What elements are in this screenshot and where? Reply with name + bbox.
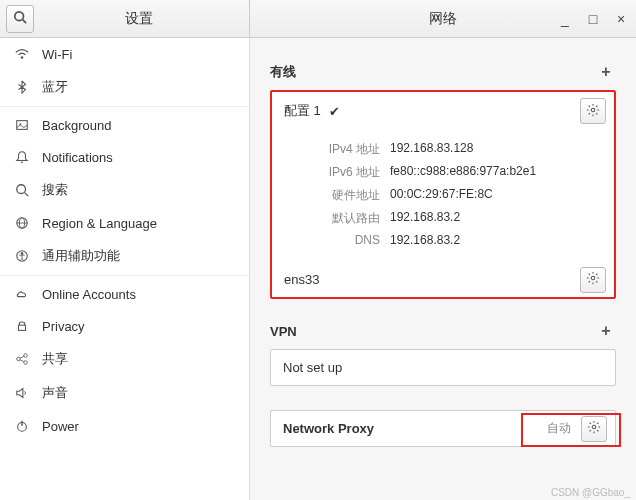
add-wired-button[interactable]: + (596, 62, 616, 82)
sidebar-item-power[interactable]: Power (0, 410, 249, 442)
background-icon (14, 117, 30, 133)
sidebar-title: 设置 (34, 10, 243, 28)
wifi-icon (14, 46, 30, 62)
detail-value: 192.168.83.2 (390, 210, 460, 227)
content-title: 网络 (429, 10, 457, 28)
detail-label: 默认路由 (300, 210, 380, 227)
detail-label: 硬件地址 (300, 187, 380, 204)
accessibility-icon (14, 248, 30, 264)
power-icon (14, 418, 30, 434)
svg-point-21 (591, 108, 595, 112)
gear-icon (587, 420, 601, 437)
sidebar-item-sharing[interactable]: 共享 (0, 342, 249, 376)
close-button[interactable]: × (612, 10, 630, 28)
titlebar: 设置 网络 _ □ × (0, 0, 636, 38)
search-button[interactable] (6, 5, 34, 33)
sound-icon (14, 385, 30, 401)
detail-value: fe80::c988:e886:977a:b2e1 (390, 164, 536, 181)
svg-rect-13 (19, 325, 26, 330)
sidebar-item-label: Region & Language (42, 216, 157, 231)
svg-rect-3 (17, 121, 28, 130)
svg-point-14 (17, 357, 21, 361)
vpn-title: VPN (270, 324, 297, 339)
proxy-row[interactable]: Network Proxy 自动 (271, 411, 615, 446)
globe-icon (14, 215, 30, 231)
check-icon: ✔ (329, 104, 340, 119)
proxy-card: Network Proxy 自动 (270, 410, 616, 447)
detail-value: 192.168.83.128 (390, 141, 473, 158)
sidebar-item-online-accounts[interactable]: Online Accounts (0, 278, 249, 310)
svg-point-2 (21, 56, 24, 59)
sidebar-item-label: Notifications (42, 150, 113, 165)
detail-label: IPv4 地址 (300, 141, 380, 158)
search-icon (14, 182, 30, 198)
sidebar-item-bluetooth[interactable]: 蓝牙 (0, 70, 249, 104)
sidebar-item-label: Online Accounts (42, 287, 136, 302)
svg-line-7 (25, 193, 29, 197)
detail-label: IPv6 地址 (300, 164, 380, 181)
sidebar-item-label: 通用辅助功能 (42, 247, 120, 265)
svg-line-1 (23, 20, 27, 24)
svg-line-18 (20, 360, 24, 362)
wired-interface-row[interactable]: ens33 (272, 262, 614, 297)
svg-point-15 (24, 354, 28, 358)
vpn-status-row: Not set up (271, 350, 615, 385)
svg-point-0 (15, 12, 24, 21)
share-icon (14, 351, 30, 367)
detail-value: 00:0C:29:67:FE:8C (390, 187, 493, 204)
wired-profile-card: 配置 1 ✔ IPv4 地址192.168.83.128 IPv6 地址fe80… (270, 90, 616, 299)
gear-icon (586, 271, 600, 288)
sidebar-item-label: Power (42, 419, 79, 434)
sidebar-item-label: Wi-Fi (42, 47, 72, 62)
sidebar-item-region[interactable]: Region & Language (0, 207, 249, 239)
detail-label: DNS (300, 233, 380, 247)
watermark: CSDN @GGbao_ (551, 487, 630, 498)
wired-profile-row[interactable]: 配置 1 ✔ (272, 92, 614, 130)
vpn-card: Not set up (270, 349, 616, 386)
sidebar-item-label: 共享 (42, 350, 68, 368)
minimize-button[interactable]: _ (556, 10, 574, 28)
vpn-status: Not set up (283, 360, 342, 375)
svg-point-22 (591, 276, 595, 280)
sidebar-item-label: 声音 (42, 384, 68, 402)
svg-point-6 (17, 185, 26, 194)
sidebar-item-background[interactable]: Background (0, 109, 249, 141)
search-icon (13, 10, 27, 27)
bell-icon (14, 149, 30, 165)
sidebar-item-wifi[interactable]: Wi-Fi (0, 38, 249, 70)
profile-settings-button[interactable] (580, 98, 606, 124)
sidebar-item-notifications[interactable]: Notifications (0, 141, 249, 173)
svg-point-12 (21, 252, 24, 255)
sidebar-item-search[interactable]: 搜索 (0, 173, 249, 207)
sidebar-item-privacy[interactable]: Privacy (0, 310, 249, 342)
sidebar-item-label: 搜索 (42, 181, 68, 199)
profile-name: 配置 1 (284, 102, 321, 120)
sidebar: Wi-Fi 蓝牙 Background Notifications 搜索 Reg… (0, 38, 250, 500)
cloud-icon (14, 286, 30, 302)
svg-line-17 (20, 356, 24, 358)
interface-name: ens33 (284, 272, 319, 287)
wired-section-header: 有线 + (270, 58, 616, 90)
bluetooth-icon (14, 79, 30, 95)
lock-icon (14, 318, 30, 334)
sidebar-item-accessibility[interactable]: 通用辅助功能 (0, 239, 249, 273)
svg-point-16 (24, 361, 28, 365)
wired-title: 有线 (270, 63, 296, 81)
interface-settings-button[interactable] (580, 267, 606, 293)
maximize-button[interactable]: □ (584, 10, 602, 28)
sidebar-item-sound[interactable]: 声音 (0, 376, 249, 410)
proxy-settings-button[interactable] (581, 416, 607, 442)
sidebar-item-label: 蓝牙 (42, 78, 68, 96)
gear-icon (586, 103, 600, 120)
sidebar-item-label: Background (42, 118, 111, 133)
svg-point-5 (21, 161, 23, 163)
svg-point-23 (592, 425, 596, 429)
sidebar-item-label: Privacy (42, 319, 85, 334)
add-vpn-button[interactable]: + (596, 321, 616, 341)
proxy-mode: 自动 (547, 420, 571, 437)
content-area: 有线 + 配置 1 ✔ IPv4 地址192.168.83.128 IPv6 地… (250, 38, 636, 500)
profile-details: IPv4 地址192.168.83.128 IPv6 地址fe80::c988:… (272, 130, 614, 262)
vpn-section-header: VPN + (270, 317, 616, 349)
detail-value: 192.168.83.2 (390, 233, 460, 247)
